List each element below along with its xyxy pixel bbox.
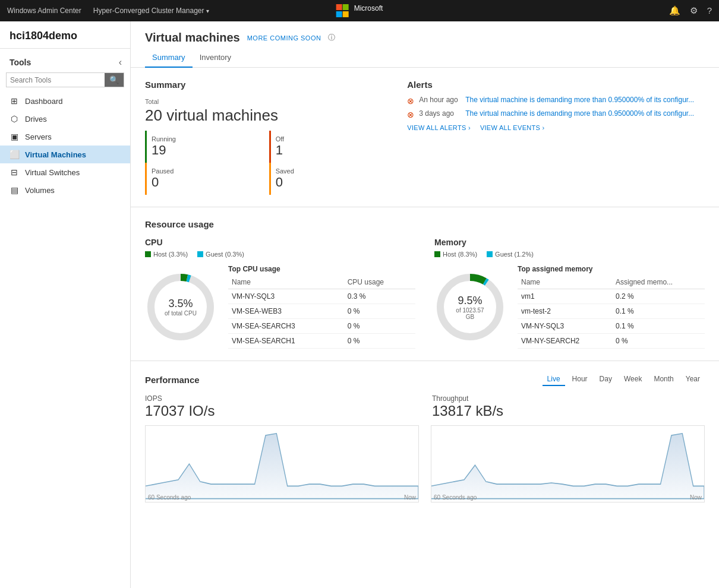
cpu-donut: 3.5% of total CPU	[145, 271, 216, 343]
brand-logo: Microsoft	[336, 4, 383, 17]
app-title: Hyper-Converged Cluster Manager ▾	[93, 7, 210, 15]
alerts-right: Alerts ⊗ An hour ago The virtual machine…	[407, 80, 705, 195]
metrics-row: IOPS 17037 IO/s Throughput 13817 kB/s	[145, 394, 705, 419]
throughput-label: Throughput	[432, 394, 705, 403]
memory-legend: Host (8.3%) Guest (1.2%)	[434, 251, 705, 258]
table-row: VM-NY-SQL30.3 %	[228, 289, 415, 304]
sidebar-item-virtual-switches[interactable]: ⊟ Virtual Switches	[0, 163, 130, 181]
table-row: VM-NY-SEARCH20 %	[518, 334, 705, 349]
cpu-row-value: 0.3 %	[344, 289, 415, 304]
performance-section: Performance Live Hour Day Week Month Yea…	[131, 361, 719, 514]
view-all-alerts-link[interactable]: VIEW ALL ALERTS	[407, 124, 471, 131]
stat-running: Running 19	[145, 131, 269, 163]
sidebar-item-drives[interactable]: ⬡ Drives	[0, 110, 130, 128]
throughput-chart-end: Now	[690, 494, 702, 501]
sidebar-search-box: 🔍	[6, 72, 124, 87]
sidebar-item-volumes[interactable]: ▤ Volumes	[0, 181, 130, 199]
help-icon[interactable]: ?	[707, 5, 712, 16]
alert-msg-1[interactable]: The virtual machine is demanding more th…	[465, 109, 694, 118]
time-tab-live[interactable]: Live	[543, 373, 565, 386]
tab-summary[interactable]: Summary	[145, 48, 193, 68]
stat-saved: Saved 0	[269, 163, 393, 195]
drives-icon: ⬡	[10, 114, 19, 124]
vm-icon: ⬜	[10, 150, 19, 159]
mem-row-name: vm-test-2	[518, 304, 612, 319]
iops-chart: 60 Seconds ago Now	[145, 425, 419, 502]
tabs: Summary Inventory	[131, 48, 719, 68]
cpu-legend: Host (3.3%) Guest (0.3%)	[145, 251, 415, 258]
alert-links: VIEW ALL ALERTS VIEW ALL EVENTS	[407, 124, 705, 131]
search-input[interactable]	[7, 74, 105, 87]
cpu-row-value: 0 %	[344, 334, 415, 349]
tab-inventory[interactable]: Inventory	[193, 48, 238, 68]
mem-row-name: VM-NY-SEARCH2	[518, 334, 612, 349]
memory-guest-legend: Guest (1.2%)	[487, 251, 534, 258]
topbar: Windows Admin Center Hyper-Converged Clu…	[0, 0, 719, 21]
table-row: VM-SEA-SEARCH30 %	[228, 319, 415, 334]
cpu-table-title: Top CPU usage	[228, 265, 415, 273]
time-tab-year[interactable]: Year	[681, 373, 705, 386]
summary-title: Summary	[145, 80, 393, 90]
alert-msg-0[interactable]: The virtual machine is demanding more th…	[465, 96, 694, 104]
off-value: 1	[271, 143, 393, 158]
memory-top-table: Top assigned memory Name Assigned memo..…	[518, 265, 705, 349]
view-all-events-link[interactable]: VIEW ALL EVENTS	[480, 124, 545, 131]
sidebar-item-servers[interactable]: ▣ Servers	[0, 128, 130, 146]
table-row: VM-SEA-SEARCH10 %	[228, 334, 415, 349]
cpu-donut-table: 3.5% of total CPU Top CPU usage Name C	[145, 265, 415, 349]
time-tab-week[interactable]: Week	[619, 373, 647, 386]
cpu-title: CPU	[145, 238, 415, 247]
summary-section: Summary Total 20 virtual machines Runnin…	[131, 68, 719, 207]
alert-icon-1: ⊗	[407, 110, 414, 119]
more-coming-label[interactable]: MORE COMING SOON	[247, 34, 321, 42]
mem-row-value: 0 %	[612, 334, 705, 349]
sidebar-item-virtual-machines[interactable]: ⬜ Virtual Machines	[0, 146, 130, 163]
sidebar-label-servers: Servers	[25, 132, 52, 141]
sidebar-label-vms: Virtual Machines	[25, 150, 86, 159]
search-button[interactable]: 🔍	[105, 73, 124, 87]
sidebar-nav: ⊞ Dashboard ⬡ Drives ▣ Servers ⬜ Virtual…	[0, 92, 130, 588]
table-row: vm10.2 %	[518, 289, 705, 304]
memory-table-title: Top assigned memory	[518, 265, 705, 273]
sidebar-label-drives: Drives	[25, 115, 47, 124]
collapse-button[interactable]: ‹	[116, 55, 124, 70]
iops-chart-start: 60 Seconds ago	[148, 494, 191, 501]
cpu-percentage: 3.5%	[165, 298, 197, 310]
resource-section: Resource usage CPU Host (3.3%) Guest (0.…	[131, 207, 719, 361]
memory-resource: Memory Host (8.3%) Guest (1.2%)	[434, 238, 705, 349]
sidebar-label-dashboard: Dashboard	[25, 97, 63, 106]
time-tab-hour[interactable]: Hour	[567, 373, 592, 386]
stat-off: Off 1	[269, 131, 393, 163]
vm-stats: Running 19 Off 1 Paused 0 Saved	[145, 131, 393, 195]
memory-host-legend: Host (8.3%)	[434, 251, 477, 258]
mem-row-value: 0.1 %	[612, 304, 705, 319]
time-tab-month[interactable]: Month	[649, 373, 678, 386]
stat-paused: Paused 0	[145, 163, 269, 195]
page-title: Virtual machines	[145, 31, 240, 45]
sidebar-item-dashboard[interactable]: ⊞ Dashboard	[0, 92, 130, 110]
table-row: vm-test-20.1 %	[518, 304, 705, 319]
tools-label: Tools	[10, 58, 31, 67]
cpu-top-table: Top CPU usage Name CPU usage VM-NY-SQL30…	[228, 265, 415, 349]
perf-title: Performance	[145, 375, 200, 385]
time-tab-day[interactable]: Day	[595, 373, 617, 386]
cpu-row-name: VM-SEA-SEARCH3	[228, 319, 344, 334]
cpu-guest-legend: Guest (0.3%)	[197, 251, 244, 258]
alert-icon-0: ⊗	[407, 96, 414, 106]
info-icon[interactable]: ⓘ	[328, 33, 335, 43]
app-layout: hci1804demo Tools ‹ 🔍 ⊞ Dashboard ⬡ Driv…	[0, 21, 719, 588]
brand-name: Microsoft	[354, 4, 383, 17]
total-count: 20 virtual machines	[145, 106, 393, 125]
notification-icon[interactable]: 🔔	[669, 5, 680, 16]
page-header: Virtual machines MORE COMING SOON ⓘ	[131, 21, 719, 45]
alert-time-0: An hour ago	[419, 96, 461, 104]
resource-grid: CPU Host (3.3%) Guest (0.3%)	[145, 238, 705, 349]
product-title: Windows Admin Center	[7, 7, 81, 15]
topbar-icons: 🔔 ⚙ ?	[669, 5, 712, 16]
app-chevron-icon[interactable]: ▾	[206, 8, 209, 14]
throughput-metric: Throughput 13817 kB/s	[432, 394, 705, 419]
resource-title: Resource usage	[145, 219, 705, 229]
settings-icon[interactable]: ⚙	[690, 5, 698, 16]
cpu-row-name: VM-SEA-WEB3	[228, 304, 344, 319]
summary-left: Summary Total 20 virtual machines Runnin…	[145, 80, 393, 195]
